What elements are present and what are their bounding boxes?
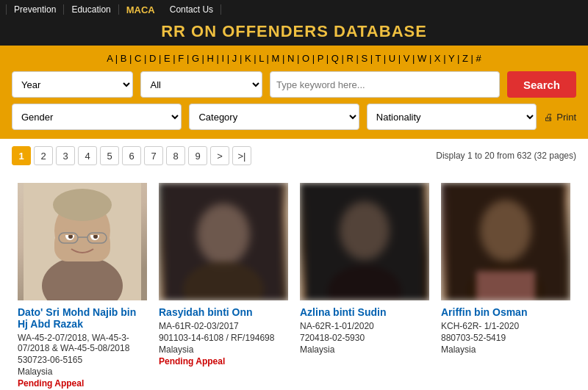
offender-card-4: Ariffin bin Osman KCH-62R- 1/1-2020 8807… (435, 177, 576, 390)
svg-rect-17 (165, 183, 282, 300)
card-4-image (441, 183, 570, 300)
page-6[interactable]: 6 (122, 146, 141, 165)
card-3-name[interactable]: Azlina binti Sudin (300, 306, 429, 318)
print-button[interactable]: 🖨 Print (544, 112, 576, 123)
page-8[interactable]: 8 (166, 146, 185, 165)
nationality-select[interactable]: Nationality (367, 104, 537, 130)
card-1-name[interactable]: Dato' Sri Mohd Najib bin Hj Abd Razak (18, 306, 147, 330)
cards-grid: Dato' Sri Mohd Najib bin Hj Abd Razak WA… (0, 170, 588, 390)
svg-point-22 (480, 200, 531, 261)
card-4-country: Malaysia (441, 344, 570, 355)
search-area: A | B | C | D | E | F | G | H | I | J | … (0, 46, 588, 139)
svg-point-19 (340, 201, 390, 260)
nav-contact[interactable]: Contact Us (162, 4, 221, 15)
face-4 (441, 183, 570, 300)
offender-card-1: Dato' Sri Mohd Najib bin Hj Abd Razak WA… (12, 177, 153, 390)
card-4-ids: KCH-62R- 1/1-2020 (441, 321, 570, 331)
card-4-name[interactable]: Ariffin bin Osman (441, 306, 570, 318)
card-1-image (18, 183, 147, 300)
top-nav: Prevention Education MACA Contact Us (0, 0, 588, 19)
page-1[interactable]: 1 (12, 146, 31, 165)
page-9[interactable]: 9 (188, 146, 207, 165)
year-select[interactable]: Year (12, 71, 133, 98)
display-count: Display 1 to 20 from 632 (32 pages) (436, 151, 576, 161)
pagination-row: 1 2 3 4 5 6 7 8 9 > >| Display 1 to 20 f… (0, 139, 588, 170)
offender-card-2: Rasyidah binti Onn MA-61R-02-03/2017 901… (153, 177, 294, 390)
page-next[interactable]: > (210, 146, 229, 165)
search-row-1: Year All Search (12, 71, 576, 98)
card-2-status: Pending Appeal (159, 356, 288, 366)
page-4[interactable]: 4 (78, 146, 97, 165)
page-5[interactable]: 5 (100, 146, 119, 165)
card-2-ids: MA-61R-02-03/2017 (159, 321, 288, 331)
card-2-country: Malaysia (159, 344, 288, 355)
card-1-status: Pending Appeal (18, 378, 147, 389)
filter-row: Gender Category Nationality 🖨 Print (12, 104, 576, 130)
card-3-case: 720418-02-5930 (300, 333, 429, 343)
page-title: RR ON OFFENDERS DATABASE (0, 19, 588, 46)
svg-rect-24 (476, 271, 535, 300)
offender-card-3: Azlina binti Sudin NA-62R-1-01/2020 7204… (294, 177, 435, 390)
page-7[interactable]: 7 (144, 146, 163, 165)
card-1-ids: WA-45-2-07/2018, WA-45-3-07/2018 & WA-45… (18, 333, 147, 353)
gender-select[interactable]: Gender (12, 104, 182, 130)
face-2 (159, 183, 288, 300)
card-3-image (300, 183, 429, 300)
card-2-image (159, 183, 288, 300)
type-select[interactable]: All (140, 71, 262, 98)
card-2-name[interactable]: Rasyidah binti Onn (159, 306, 288, 318)
card-4-case: 880703-52-5419 (441, 333, 570, 343)
svg-point-8 (53, 189, 112, 221)
nav-prevention[interactable]: Prevention (6, 4, 64, 15)
face-3 (300, 183, 429, 300)
category-select[interactable]: Category (189, 104, 359, 130)
card-1-country: Malaysia (18, 366, 147, 377)
nav-brand: MACA (119, 4, 162, 15)
search-button[interactable]: Search (507, 71, 576, 98)
page-3[interactable]: 3 (56, 146, 75, 165)
face-1 (18, 183, 147, 300)
pagination: 1 2 3 4 5 6 7 8 9 > >| (12, 146, 251, 165)
nav-education[interactable]: Education (64, 4, 118, 15)
page-last[interactable]: >| (232, 146, 251, 165)
print-icon: 🖨 (544, 112, 553, 123)
card-3-country: Malaysia (300, 344, 429, 355)
alphabet-row: A | B | C | D | E | F | G | H | I | J | … (12, 53, 576, 64)
page-2[interactable]: 2 (34, 146, 53, 165)
card-1-case: 530723-06-5165 (18, 355, 147, 365)
keyword-input[interactable] (270, 71, 500, 98)
card-2-case: 901103-14-6108 / RF/194698 (159, 333, 288, 343)
card-3-ids: NA-62R-1-01/2020 (300, 321, 429, 331)
